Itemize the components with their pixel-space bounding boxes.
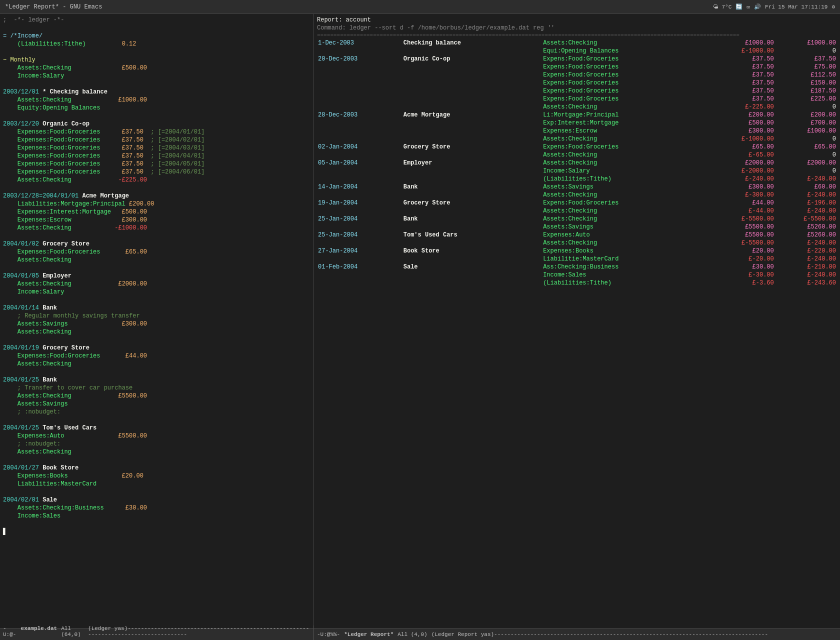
report-date xyxy=(317,47,402,55)
tx10-e1: Expenses:Books £20.00 xyxy=(3,472,310,480)
report-payee xyxy=(402,167,542,175)
settings-icon[interactable]: ⚙ xyxy=(832,4,835,10)
tx1-e1: Assets:Checking £1000.00 xyxy=(3,96,310,104)
left-pane[interactable]: ; -*- ledger -*- = /*Income/ (Liabilitie… xyxy=(0,14,314,628)
report-date xyxy=(317,279,402,287)
report-account: Expens:Food:Groceries xyxy=(542,63,712,71)
report-running: £-240.00 xyxy=(775,175,837,183)
report-running: £700.00 xyxy=(775,119,837,127)
table-row: Expens:Food:Groceries£37.50£150.00 xyxy=(317,79,837,87)
report-date xyxy=(317,271,402,279)
report-amount: £-1000.00 xyxy=(713,47,775,55)
report-amount: £-3.60 xyxy=(713,279,775,287)
report-payee: Acme Mortgage xyxy=(402,111,542,119)
report-date xyxy=(317,255,402,263)
tx6-e2: Assets:Checking xyxy=(3,328,310,336)
report-running: £75.00 xyxy=(775,63,837,71)
report-payee xyxy=(402,79,542,87)
report-account: Assets:Checking xyxy=(542,215,712,223)
tx7-e1: Expenses:Food:Groceries £44.00 xyxy=(3,352,310,360)
report-running: £-240.00 xyxy=(775,239,837,247)
report-running: £-210.00 xyxy=(775,263,837,271)
report-amount: £1000.00 xyxy=(713,39,775,47)
report-amount: £-240.00 xyxy=(713,175,775,183)
report-amount: £200.00 xyxy=(713,111,775,119)
tx4-e2: Assets:Checking xyxy=(3,256,310,264)
report-amount: £2000.00 xyxy=(713,159,775,167)
report-payee: Employer xyxy=(402,159,542,167)
report-payee xyxy=(402,103,542,111)
table-row: Assets:Checking£-300.00£-240.00 xyxy=(317,191,837,199)
report-date xyxy=(317,63,402,71)
tx1-header: 2003/12/01 * Checking balance xyxy=(3,88,310,96)
report-running: 0 xyxy=(775,103,837,111)
report-account: Assets:Checking xyxy=(542,135,712,143)
table-row: Assets:Checking£-1000.000 xyxy=(317,135,837,143)
report-payee xyxy=(402,151,542,159)
blank13 xyxy=(3,488,310,496)
table-row: 25-Jan-2004Tom's Used CarsExpenses:Auto£… xyxy=(317,231,837,239)
report-account: Income:Salary xyxy=(542,167,712,175)
report-amount: £300.00 xyxy=(713,127,775,135)
report-running: £187.50 xyxy=(775,87,837,95)
tx1-e2: Equity:Opening Balances xyxy=(3,104,310,112)
report-date: 25-Jan-2004 xyxy=(317,231,402,239)
tx6-e1: Assets:Savings £300.00 xyxy=(3,320,310,328)
report-payee: Organic Co-op xyxy=(402,55,542,63)
statusbar-left: -U:@-- example.dat All (64,0) (Ledger ya… xyxy=(0,626,314,640)
report-account: Income:Sales xyxy=(542,271,712,279)
report-amount: £300.00 xyxy=(713,183,775,191)
statusbar-right: -U:@%%- *Ledger Report* All (4,0) (Ledge… xyxy=(314,632,771,638)
report-date xyxy=(317,127,402,135)
report-account: Expens:Food:Groceries xyxy=(542,55,712,63)
report-account: Assets:Checking xyxy=(542,159,712,167)
blank2 xyxy=(3,48,310,56)
statusbar: -U:@-- example.dat All (64,0) (Ledger ya… xyxy=(0,628,840,640)
report-running: £150.00 xyxy=(775,79,837,87)
report-amount: £37.50 xyxy=(713,95,775,103)
report-payee xyxy=(402,239,542,247)
tx3-header: 2003/12/28=2004/01/01 Acme Mortgage xyxy=(3,192,310,200)
table-row: Income:Sales£-30.00£-240.00 xyxy=(317,271,837,279)
monthly-income: Income:Salary xyxy=(3,72,310,80)
report-payee xyxy=(402,175,542,183)
report-account: Assets:Checking xyxy=(542,239,712,247)
report-divider: ========================================… xyxy=(317,32,837,39)
table-row: Assets:Savings£5500.00£5260.00 xyxy=(317,223,837,231)
tx2-e4: Expenses:Food:Groceries £37.50 ; [=2004/… xyxy=(3,152,310,160)
report-table: 1-Dec-2003Checking balanceAssets:Checkin… xyxy=(317,39,837,287)
report-running: 0 xyxy=(775,151,837,159)
tx8-nobudget: ; :nobudget: xyxy=(3,408,310,416)
report-account: Assets:Checking xyxy=(542,191,712,199)
tx11-e2: Income:Sales xyxy=(3,512,310,520)
report-payee xyxy=(402,63,542,71)
report-running: £2000.00 xyxy=(775,159,837,167)
report-date: 1-Dec-2003 xyxy=(317,39,402,47)
blank12 xyxy=(3,456,310,464)
report-date xyxy=(317,175,402,183)
report-date: 14-Jan-2004 xyxy=(317,183,402,191)
report-running: £-240.00 xyxy=(775,271,837,279)
table-row: Assets:Checking£-225.000 xyxy=(317,103,837,111)
report-date: 01-Feb-2004 xyxy=(317,263,402,271)
report-date xyxy=(317,135,402,143)
tx3-e1: Liabilities:Mortgage:Principal £200.00 xyxy=(3,200,310,208)
table-row: Assets:Checking£-65.000 xyxy=(317,151,837,159)
blank1 xyxy=(3,24,310,32)
audio-icon: 🔊 xyxy=(754,4,761,10)
report-payee xyxy=(402,87,542,95)
right-pane[interactable]: Report: account Command: ledger --sort d… xyxy=(314,14,840,628)
report-date xyxy=(317,191,402,199)
report-date xyxy=(317,103,402,111)
report-date: 27-Jan-2004 xyxy=(317,247,402,255)
table-row: 25-Jan-2004BankAssets:Checking£-5500.00£… xyxy=(317,215,837,223)
table-row: (Liabilities:Tithe)£-240.00£-240.00 xyxy=(317,175,837,183)
report-account: Assets:Checking xyxy=(542,207,712,215)
tx9-e1: Expenses:Auto £5500.00 xyxy=(3,432,310,440)
tx2-e2: Expenses:Food:Groceries £37.50 ; [=2004/… xyxy=(3,136,310,144)
report-date: 19-Jan-2004 xyxy=(317,199,402,207)
report-running: £-196.00 xyxy=(775,199,837,207)
report-account: Ass:Checking:Business xyxy=(542,263,712,271)
statusbar-left-filename: example.dat xyxy=(21,626,58,640)
tx7-e2: Assets:Checking xyxy=(3,360,310,368)
